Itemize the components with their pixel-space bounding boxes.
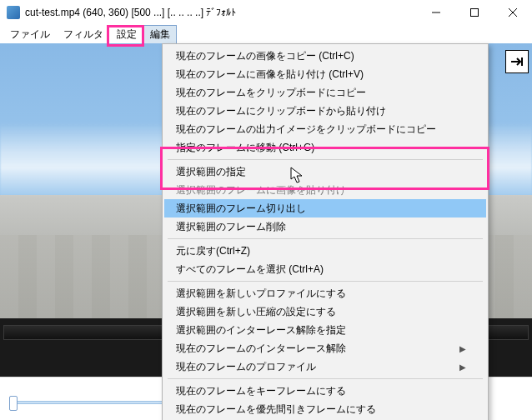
menu-item[interactable]: 選択範囲を新しいプロファイルにする (164, 284, 486, 302)
chevron-right-icon: ▶ (459, 362, 466, 372)
menu-item-label: 現在のフレームをキーフレームにする (176, 384, 346, 398)
menu-item-label: 選択範囲を新しい圧縮の設定にする (176, 305, 336, 319)
menu-item[interactable]: 現在のフレームをクリップボードにコピー (164, 83, 486, 102)
menu-item-label: 選択範囲のフレーム削除 (176, 220, 286, 234)
menu-item-label: 現在のフレームに画像を貼り付け (Ctrl+V) (176, 68, 364, 82)
menu-item[interactable]: 現在のフレームのインターレース解除▶ (164, 339, 486, 358)
menu-item-label: 元に戻す(Ctrl+Z) (176, 244, 250, 258)
content-area: 現在のフレームの画像をコピー (Ctrl+C)現在のフレームに画像を貼り付け (… (0, 43, 532, 420)
menu-item[interactable]: 指定のフレームに移動 (Ctrl+G) (164, 138, 486, 157)
menu-item[interactable]: 選択範囲を新しい圧縮の設定にする (164, 302, 486, 321)
menu-separator (168, 238, 483, 239)
menu-item[interactable]: 現在のフレームの画像をコピー (Ctrl+C) (164, 47, 486, 65)
menu-separator (168, 281, 483, 282)
menu-item-label: 選択範囲のフレームに画像を貼り付け (176, 183, 346, 198)
menu-item[interactable]: 現在のフレームの出力イメージをクリップボードにコピー (164, 120, 486, 138)
go-to-end-button[interactable] (505, 50, 529, 73)
menu-item-label: 現在のフレームの画像をコピー (Ctrl+C) (176, 49, 354, 63)
close-button[interactable] (494, 0, 532, 25)
seek-slider-thumb[interactable] (9, 396, 18, 411)
menu-item-label: 選択範囲の指定 (176, 165, 246, 179)
menu-item[interactable]: 元に戻す(Ctrl+Z) (164, 242, 486, 260)
menu-settings[interactable]: 設定 (110, 25, 143, 44)
menu-item[interactable]: 選択範囲のフレームに画像を貼り付け (164, 181, 486, 199)
menu-item[interactable]: 現在のフレームのプロファイル▶ (164, 358, 486, 376)
minimize-button[interactable] (417, 0, 455, 25)
menu-item-label: 現在のフレームのプロファイル (176, 360, 316, 374)
menu-edit[interactable]: 編集 (143, 25, 177, 44)
menubar: ファイル フィルタ 設定 編集 (0, 25, 532, 43)
menu-separator (168, 378, 483, 379)
menu-item[interactable]: 選択範囲のフレーム削除 (164, 218, 486, 236)
titlebar: cut-test.mp4 (640, 360) [500 ...] [.. ..… (0, 0, 532, 25)
menu-item-label: すべてのフレームを選択 (Ctrl+A) (176, 262, 324, 277)
menu-item-label: 選択範囲のフレーム切り出し (176, 202, 306, 216)
window-title: cut-test.mp4 (640, 360) [500 ...] [.. ..… (25, 7, 236, 18)
menu-item[interactable]: 現在のフレームにクリップボードから貼り付け (164, 102, 486, 120)
menu-filter[interactable]: フィルタ (57, 25, 110, 44)
menu-item[interactable]: 現在のフレームに画像を貼り付け (Ctrl+V) (164, 65, 486, 83)
app-icon (7, 6, 20, 19)
menu-item-label: 現在のフレームを優先間引きフレームにする (176, 402, 376, 417)
menu-item-label: 現在のフレームのインターレース解除 (176, 342, 346, 356)
arrow-end-icon (510, 56, 524, 68)
menu-item[interactable]: すべてのフレームを選択 (Ctrl+A) (164, 260, 486, 278)
maximize-button[interactable] (455, 0, 494, 25)
window-controls (417, 0, 532, 25)
svg-rect-0 (471, 9, 479, 17)
menu-item[interactable]: 選択範囲のフレーム切り出し (164, 199, 486, 218)
app-window: cut-test.mp4 (640, 360) [500 ...] [.. ..… (0, 0, 532, 420)
menu-item[interactable]: 現在のフレームを優先間引きフレームにする (164, 400, 486, 418)
menu-item-label: 選択範囲のインターレース解除を指定 (176, 323, 346, 338)
chevron-right-icon: ▶ (459, 344, 466, 353)
menu-item[interactable]: 現在のフレームをキーフレームにする (164, 382, 486, 400)
menu-item-label: 現在のフレームをクリップボードにコピー (176, 86, 366, 100)
titlebar-left: cut-test.mp4 (640, 360) [500 ...] [.. ..… (7, 6, 236, 19)
menu-file[interactable]: ファイル (3, 25, 57, 44)
menu-item-label: 現在のフレームにクリップボードから貼り付け (176, 104, 386, 118)
menu-item-label: 指定のフレームに移動 (Ctrl+G) (176, 141, 314, 155)
menu-item-label: 現在のフレームの出力イメージをクリップボードにコピー (176, 122, 436, 137)
menu-item-label: 選択範囲を新しいプロファイルにする (176, 287, 346, 301)
edit-dropdown-menu: 現在のフレームの画像をコピー (Ctrl+C)現在のフレームに画像を貼り付け (… (162, 43, 489, 420)
menu-separator (168, 159, 483, 160)
menu-item[interactable]: 選択範囲のインターレース解除を指定 (164, 321, 486, 339)
menu-item[interactable]: 選択範囲の指定 (164, 162, 486, 181)
